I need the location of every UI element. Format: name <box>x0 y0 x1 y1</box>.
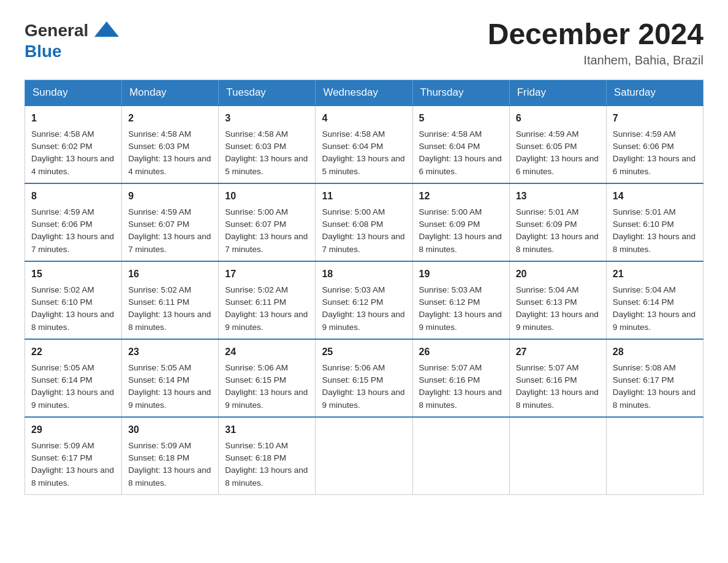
calendar-cell <box>606 417 703 495</box>
sunrise-info: Sunrise: 5:02 AM <box>128 285 191 294</box>
sunset-info: Sunset: 6:13 PM <box>516 297 577 307</box>
calendar-cell: 21Sunrise: 5:04 AMSunset: 6:14 PMDayligh… <box>606 261 703 339</box>
sunset-info: Sunset: 6:11 PM <box>128 297 189 307</box>
daylight-info: Daylight: 13 hours and 8 minutes. <box>613 388 696 409</box>
day-number: 11 <box>322 189 406 204</box>
sunset-info: Sunset: 6:03 PM <box>225 142 286 151</box>
calendar-table: SundayMondayTuesdayWednesdayThursdayFrid… <box>25 80 703 495</box>
column-header-sunday: Sunday <box>25 80 122 105</box>
day-number: 20 <box>516 267 600 282</box>
sunrise-info: Sunrise: 5:00 AM <box>419 207 482 216</box>
calendar-week-row: 29Sunrise: 5:09 AMSunset: 6:17 PMDayligh… <box>25 417 703 495</box>
sunrise-info: Sunrise: 4:58 AM <box>31 129 94 139</box>
column-header-thursday: Thursday <box>412 80 509 105</box>
calendar-cell: 24Sunrise: 5:06 AMSunset: 6:15 PMDayligh… <box>219 339 316 417</box>
calendar-cell: 2Sunrise: 4:58 AMSunset: 6:03 PMDaylight… <box>122 105 219 183</box>
sunrise-info: Sunrise: 4:59 AM <box>31 207 94 216</box>
daylight-info: Daylight: 13 hours and 9 minutes. <box>31 388 114 409</box>
sunrise-info: Sunrise: 5:03 AM <box>322 285 385 294</box>
day-number: 26 <box>419 345 503 359</box>
calendar-cell: 18Sunrise: 5:03 AMSunset: 6:12 PMDayligh… <box>316 261 412 339</box>
column-header-tuesday: Tuesday <box>219 80 316 105</box>
calendar-cell: 11Sunrise: 5:00 AMSunset: 6:08 PMDayligh… <box>316 183 412 261</box>
day-number: 19 <box>419 267 503 282</box>
day-number: 29 <box>31 423 115 437</box>
calendar-cell: 26Sunrise: 5:07 AMSunset: 6:16 PMDayligh… <box>412 339 509 417</box>
sunrise-info: Sunrise: 5:07 AM <box>419 363 482 372</box>
daylight-info: Daylight: 13 hours and 9 minutes. <box>419 310 502 331</box>
sunset-info: Sunset: 6:15 PM <box>225 375 286 385</box>
sunrise-info: Sunrise: 5:00 AM <box>322 207 385 216</box>
day-number: 17 <box>225 267 309 282</box>
sunrise-info: Sunrise: 5:03 AM <box>419 285 482 294</box>
day-number: 1 <box>31 111 115 126</box>
calendar-cell: 15Sunrise: 5:02 AMSunset: 6:10 PMDayligh… <box>25 261 122 339</box>
daylight-info: Daylight: 13 hours and 5 minutes. <box>225 154 308 175</box>
day-number: 22 <box>31 345 115 359</box>
month-title: December 2024 <box>488 18 703 51</box>
day-number: 8 <box>31 189 115 204</box>
logo: General Blue <box>25 18 122 60</box>
day-number: 3 <box>225 111 309 126</box>
day-number: 2 <box>128 111 212 126</box>
sunset-info: Sunset: 6:06 PM <box>31 220 93 229</box>
title-area: December 2024 Itanhem, Bahia, Brazil <box>488 18 703 67</box>
daylight-info: Daylight: 13 hours and 7 minutes. <box>322 232 404 253</box>
day-number: 12 <box>419 189 503 204</box>
day-number: 25 <box>322 345 406 359</box>
daylight-info: Daylight: 13 hours and 8 minutes. <box>31 310 114 331</box>
calendar-cell: 5Sunrise: 4:58 AMSunset: 6:04 PMDaylight… <box>412 105 509 183</box>
location: Itanhem, Bahia, Brazil <box>488 53 703 67</box>
day-number: 31 <box>225 423 309 437</box>
calendar-cell: 1Sunrise: 4:58 AMSunset: 6:02 PMDaylight… <box>25 105 122 183</box>
calendar-cell: 20Sunrise: 5:04 AMSunset: 6:13 PMDayligh… <box>509 261 606 339</box>
day-number: 7 <box>613 111 697 126</box>
logo-triangle-icon <box>88 18 122 43</box>
sunrise-info: Sunrise: 5:06 AM <box>225 363 288 372</box>
day-number: 16 <box>128 267 212 282</box>
calendar-cell: 3Sunrise: 4:58 AMSunset: 6:03 PMDaylight… <box>219 105 316 183</box>
calendar-cell <box>509 417 606 495</box>
daylight-info: Daylight: 13 hours and 8 minutes. <box>225 465 308 487</box>
day-number: 23 <box>128 345 212 359</box>
sunrise-info: Sunrise: 4:58 AM <box>419 129 482 139</box>
calendar-cell <box>412 417 509 495</box>
day-number: 27 <box>516 345 600 359</box>
calendar-cell: 8Sunrise: 4:59 AMSunset: 6:06 PMDaylight… <box>25 183 122 261</box>
sunrise-info: Sunrise: 4:59 AM <box>613 129 676 139</box>
sunset-info: Sunset: 6:04 PM <box>322 142 383 151</box>
sunrise-info: Sunrise: 5:10 AM <box>225 441 288 450</box>
daylight-info: Daylight: 13 hours and 5 minutes. <box>322 154 404 175</box>
sunset-info: Sunset: 6:08 PM <box>322 220 383 229</box>
day-number: 4 <box>322 111 406 126</box>
sunset-info: Sunset: 6:10 PM <box>613 220 674 229</box>
sunrise-info: Sunrise: 5:06 AM <box>322 363 385 372</box>
sunrise-info: Sunrise: 5:00 AM <box>225 207 288 216</box>
sunrise-info: Sunrise: 5:04 AM <box>516 285 579 294</box>
sunset-info: Sunset: 6:17 PM <box>31 453 93 462</box>
sunset-info: Sunset: 6:09 PM <box>419 220 480 229</box>
daylight-info: Daylight: 13 hours and 8 minutes. <box>419 388 502 409</box>
logo-general-text: General <box>25 22 88 39</box>
calendar-cell: 19Sunrise: 5:03 AMSunset: 6:12 PMDayligh… <box>412 261 509 339</box>
day-number: 14 <box>613 189 697 204</box>
daylight-info: Daylight: 13 hours and 6 minutes. <box>419 154 502 175</box>
day-number: 10 <box>225 189 309 204</box>
calendar-cell: 13Sunrise: 5:01 AMSunset: 6:09 PMDayligh… <box>509 183 606 261</box>
sunrise-info: Sunrise: 5:01 AM <box>613 207 676 216</box>
calendar-cell <box>316 417 412 495</box>
sunset-info: Sunset: 6:18 PM <box>128 453 189 462</box>
column-header-saturday: Saturday <box>606 80 703 105</box>
daylight-info: Daylight: 13 hours and 9 minutes. <box>322 388 404 409</box>
calendar-cell: 29Sunrise: 5:09 AMSunset: 6:17 PMDayligh… <box>25 417 122 495</box>
sunset-info: Sunset: 6:04 PM <box>419 142 480 151</box>
sunrise-info: Sunrise: 5:04 AM <box>613 285 676 294</box>
sunrise-info: Sunrise: 4:58 AM <box>225 129 288 139</box>
daylight-info: Daylight: 13 hours and 8 minutes. <box>128 465 211 487</box>
sunset-info: Sunset: 6:14 PM <box>613 297 674 307</box>
sunrise-info: Sunrise: 5:05 AM <box>128 363 191 372</box>
sunrise-info: Sunrise: 5:08 AM <box>613 363 676 372</box>
calendar-cell: 31Sunrise: 5:10 AMSunset: 6:18 PMDayligh… <box>219 417 316 495</box>
daylight-info: Daylight: 13 hours and 7 minutes. <box>225 232 308 253</box>
sunrise-info: Sunrise: 4:59 AM <box>516 129 579 139</box>
